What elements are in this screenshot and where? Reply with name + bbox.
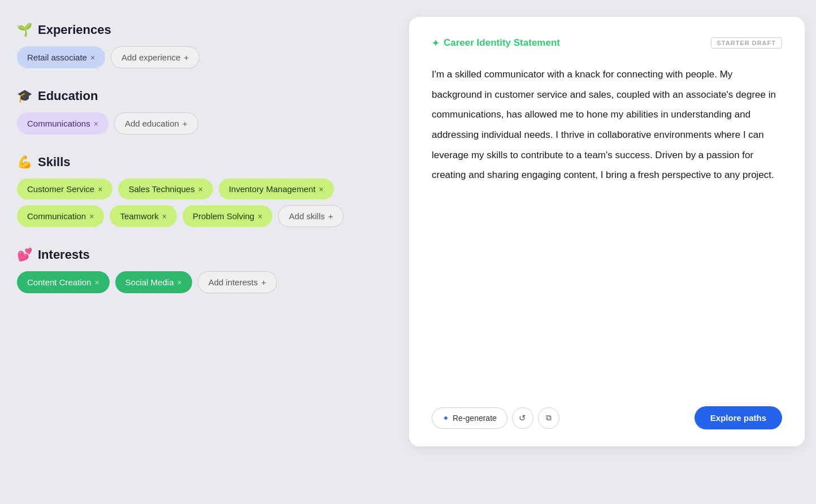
add-education-tag[interactable]: Add education +: [114, 112, 198, 134]
explore-paths-button[interactable]: Explore paths: [695, 406, 782, 429]
history-icon: ↺: [519, 413, 526, 423]
card-title: ✦ Career Identity Statement: [432, 37, 560, 49]
regenerate-button[interactable]: ✦ Re-generate: [432, 407, 507, 429]
tag-retail-associate[interactable]: Retail associate ×: [17, 46, 105, 68]
remove-problem-solving-icon[interactable]: ×: [258, 212, 262, 221]
card-header: ✦ Career Identity Statement STARTER DRAF…: [432, 37, 782, 49]
tag-inventory-management[interactable]: Inventory Management ×: [219, 179, 334, 199]
education-emoji: 🎓: [17, 89, 32, 103]
career-statement-body: I'm a skilled communicator with a knack …: [432, 64, 782, 381]
skills-section: 💪 Skills Customer Service × Sales Techni…: [17, 155, 390, 227]
footer-actions: ✦ Re-generate ↺ ⧉: [432, 407, 559, 429]
interests-emoji: 💕: [17, 247, 32, 262]
remove-retail-associate-icon[interactable]: ×: [90, 53, 95, 62]
add-interests-icon: +: [261, 277, 266, 287]
education-section: 🎓 Education Communications × Add educati…: [17, 89, 390, 134]
experiences-title: 🌱 Experiences: [17, 23, 390, 37]
add-experience-tag[interactable]: Add experience +: [111, 46, 199, 68]
remove-social-media-icon[interactable]: ×: [177, 278, 181, 287]
education-title: 🎓 Education: [17, 89, 390, 103]
card-footer: ✦ Re-generate ↺ ⧉ Explore paths: [432, 397, 782, 429]
remove-communications-icon[interactable]: ×: [94, 119, 98, 128]
experiences-emoji: 🌱: [17, 23, 32, 37]
remove-sales-techniques-icon[interactable]: ×: [198, 185, 203, 194]
regenerate-star-icon: ✦: [442, 414, 449, 423]
tag-problem-solving[interactable]: Problem Solving ×: [183, 205, 272, 227]
add-education-icon: +: [183, 119, 188, 128]
experiences-section: 🌱 Experiences Retail associate × Add exp…: [17, 23, 390, 68]
remove-content-creation-icon[interactable]: ×: [94, 278, 99, 287]
tag-communication[interactable]: Communication ×: [17, 205, 104, 227]
history-button[interactable]: ↺: [512, 407, 533, 429]
copy-icon: ⧉: [546, 413, 552, 423]
sparkle-icon: ✦: [432, 38, 439, 49]
tag-social-media[interactable]: Social Media ×: [115, 271, 192, 293]
interests-tags: Content Creation × Social Media × Add in…: [17, 271, 390, 293]
tag-sales-techniques[interactable]: Sales Techniques ×: [118, 179, 213, 199]
tag-content-creation[interactable]: Content Creation ×: [17, 271, 110, 293]
tag-communications[interactable]: Communications ×: [17, 112, 108, 134]
left-panel: 🌱 Experiences Retail associate × Add exp…: [11, 11, 396, 325]
copy-button[interactable]: ⧉: [538, 407, 559, 429]
tag-teamwork[interactable]: Teamwork ×: [110, 205, 177, 227]
skills-title: 💪 Skills: [17, 155, 390, 170]
add-interests-tag[interactable]: Add interests +: [198, 271, 277, 293]
remove-customer-service-icon[interactable]: ×: [98, 185, 102, 194]
add-skills-tag[interactable]: Add skills +: [278, 205, 344, 227]
remove-teamwork-icon[interactable]: ×: [162, 212, 167, 221]
career-identity-card: ✦ Career Identity Statement STARTER DRAF…: [409, 17, 805, 446]
interests-section: 💕 Interests Content Creation × Social Me…: [17, 247, 390, 293]
tag-customer-service[interactable]: Customer Service ×: [17, 179, 112, 199]
remove-communication-icon[interactable]: ×: [89, 212, 94, 221]
skills-tags: Customer Service × Sales Techniques × In…: [17, 179, 390, 227]
add-experience-icon: +: [184, 53, 189, 62]
starter-draft-badge: STARTER DRAFT: [711, 37, 782, 49]
add-skills-icon: +: [328, 211, 333, 221]
remove-inventory-management-icon[interactable]: ×: [319, 185, 323, 194]
skills-emoji: 💪: [17, 155, 32, 170]
experiences-tags: Retail associate × Add experience +: [17, 46, 390, 68]
education-tags: Communications × Add education +: [17, 112, 390, 134]
interests-title: 💕 Interests: [17, 247, 390, 262]
